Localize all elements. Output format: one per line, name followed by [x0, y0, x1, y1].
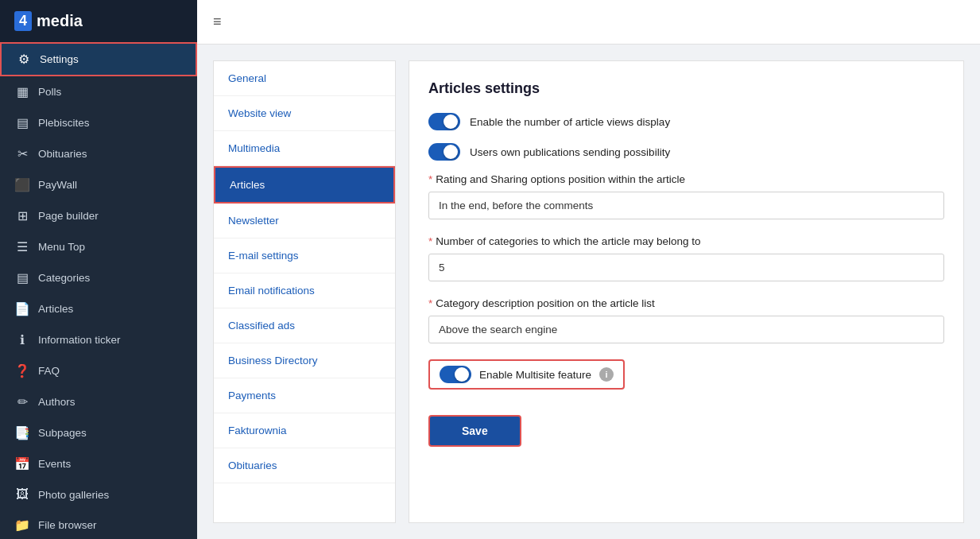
sidebar-item-menu-top[interactable]: ☰ Menu Top — [0, 231, 197, 262]
sidebar-item-label: FAQ — [38, 365, 60, 377]
authors-icon: ✏ — [14, 394, 30, 409]
categories-icon: ▤ — [14, 270, 30, 285]
logo-4: 4 — [14, 11, 32, 31]
sidebar-item-obituaries[interactable]: ✂ Obituaries — [0, 138, 197, 169]
toggle2-label: Users own publications sending possibili… — [470, 146, 670, 158]
multisite-row: Enable Multisite feature i — [428, 359, 625, 390]
category-desc-field-group: * Category description position on the a… — [428, 297, 944, 343]
settings-nav-fakturownia[interactable]: Fakturownia — [214, 413, 395, 448]
topbar: ≡ — [197, 0, 980, 45]
sidebar-item-faq[interactable]: ❓ FAQ — [0, 355, 197, 386]
sidebar-item-label: Obituaries — [38, 148, 87, 160]
sidebar-item-label: Authors — [38, 396, 76, 408]
toggle-user-publications[interactable] — [428, 143, 460, 161]
sidebar-item-paywall[interactable]: ⬛ PayWall — [0, 169, 197, 200]
sidebar-item-label: Settings — [40, 53, 79, 65]
toggle-multisite[interactable] — [440, 366, 471, 383]
events-icon: 📅 — [14, 456, 30, 471]
logo-text: media — [37, 12, 83, 30]
sidebar-item-label: Polls — [38, 86, 61, 98]
category-desc-dropdown-wrapper: Above the search engine — [428, 316, 944, 343]
rating-field-group: * Rating and Sharing options position wi… — [428, 173, 944, 219]
settings-nav-classified-ads[interactable]: Classified ads — [214, 308, 395, 343]
toggle-knob-2 — [444, 145, 458, 159]
file-browser-icon: 📁 — [14, 518, 30, 533]
photo-galleries-icon: 🖼 — [14, 487, 30, 502]
articles-icon: 📄 — [14, 301, 30, 316]
sidebar-item-photo-galleries[interactable]: 🖼 Photo galleries — [0, 479, 197, 510]
category-desc-dropdown[interactable]: Above the search engine — [428, 316, 944, 343]
sidebar-item-label: Photo galleries — [38, 489, 109, 501]
save-button-wrapper: Save — [428, 415, 944, 447]
sidebar-item-articles[interactable]: 📄 Articles — [0, 293, 197, 324]
settings-nav-business-directory[interactable]: Business Directory — [214, 343, 395, 378]
rating-dropdown-wrapper: In the end, before the comments — [428, 192, 944, 219]
content-area: General Website view Multimedia Articles… — [197, 45, 980, 539]
sidebar-item-authors[interactable]: ✏ Authors — [0, 386, 197, 417]
rating-field-label: * Rating and Sharing options position wi… — [428, 173, 944, 185]
sidebar-item-label: Menu Top — [38, 241, 85, 253]
categories-field-label: * Number of categories to which the arti… — [428, 235, 944, 247]
polls-icon: ▦ — [14, 84, 30, 99]
required-star-2: * — [428, 235, 432, 247]
settings-nav-email-settings[interactable]: E-mail settings — [214, 238, 395, 273]
categories-number-input[interactable] — [428, 254, 944, 281]
sidebar-item-file-browser[interactable]: 📁 File browser — [0, 510, 197, 539]
settings-nav-articles[interactable]: Articles — [214, 166, 395, 204]
sidebar-item-label: Information ticker — [38, 334, 121, 346]
sidebar-item-label: Events — [38, 458, 71, 470]
information-ticker-icon: ℹ — [14, 332, 30, 347]
toggle-knob-3 — [455, 367, 469, 382]
toggle2-row: Users own publications sending possibili… — [428, 143, 944, 161]
menu-top-icon: ☰ — [14, 239, 30, 254]
page-builder-icon: ⊞ — [14, 208, 30, 223]
main-area: ≡ General Website view Multimedia Articl… — [197, 0, 980, 539]
rating-dropdown[interactable]: In the end, before the comments — [428, 192, 944, 219]
settings-nav-newsletter[interactable]: Newsletter — [214, 204, 395, 238]
toggle1-row: Enable the number of article views displ… — [428, 113, 944, 130]
sidebar-item-label: Plebiscites — [38, 117, 90, 129]
settings-nav-obituaries[interactable]: Obituaries — [214, 448, 395, 483]
settings-content: Articles settings Enable the number of a… — [409, 60, 964, 523]
app-logo: 4 media — [0, 0, 197, 42]
sidebar-item-page-builder[interactable]: ⊞ Page builder — [0, 200, 197, 231]
settings-nav-website-view[interactable]: Website view — [214, 96, 395, 131]
plebiscites-icon: ▤ — [14, 115, 30, 130]
sidebar-item-label: Subpages — [38, 427, 87, 439]
sidebar-item-information-ticker[interactable]: ℹ Information ticker — [0, 324, 197, 355]
required-star-3: * — [428, 297, 432, 309]
toggle-knob — [444, 114, 458, 129]
settings-nav-payments[interactable]: Payments — [214, 378, 395, 413]
faq-icon: ❓ — [14, 363, 30, 378]
settings-title: Articles settings — [428, 80, 944, 97]
category-desc-field-label: * Category description position on the a… — [428, 297, 944, 309]
hamburger-menu[interactable]: ≡ — [213, 14, 222, 30]
settings-icon: ⚙ — [16, 52, 32, 67]
multisite-info-icon[interactable]: i — [599, 367, 614, 382]
toggle1-label: Enable the number of article views displ… — [470, 116, 670, 128]
sidebar-item-label: File browser — [38, 519, 97, 531]
sidebar: 4 media ⚙ Settings ▦ Polls ▤ Plebiscites… — [0, 0, 197, 539]
sidebar-item-label: Articles — [38, 303, 73, 315]
categories-field-group: * Number of categories to which the arti… — [428, 235, 944, 281]
sidebar-item-plebiscites[interactable]: ▤ Plebiscites — [0, 107, 197, 138]
settings-nav-multimedia[interactable]: Multimedia — [214, 131, 395, 166]
save-button[interactable]: Save — [428, 415, 521, 447]
sidebar-item-label: Page builder — [38, 210, 99, 222]
sidebar-item-settings[interactable]: ⚙ Settings — [0, 42, 197, 76]
sidebar-item-categories[interactable]: ▤ Categories — [0, 262, 197, 293]
sidebar-item-label: PayWall — [38, 179, 77, 191]
paywall-icon: ⬛ — [14, 177, 30, 192]
toggle-article-views[interactable] — [428, 113, 460, 130]
settings-nav-general[interactable]: General — [214, 61, 395, 96]
settings-nav-email-notifications[interactable]: Email notifications — [214, 273, 395, 308]
multisite-label: Enable Multisite feature — [479, 369, 591, 381]
settings-navigation: General Website view Multimedia Articles… — [213, 60, 396, 523]
sidebar-item-subpages[interactable]: 📑 Subpages — [0, 417, 197, 448]
required-star: * — [428, 173, 432, 185]
subpages-icon: 📑 — [14, 425, 30, 440]
sidebar-item-label: Categories — [38, 272, 90, 284]
sidebar-item-events[interactable]: 📅 Events — [0, 448, 197, 479]
sidebar-item-polls[interactable]: ▦ Polls — [0, 76, 197, 107]
obituaries-icon: ✂ — [14, 146, 30, 161]
